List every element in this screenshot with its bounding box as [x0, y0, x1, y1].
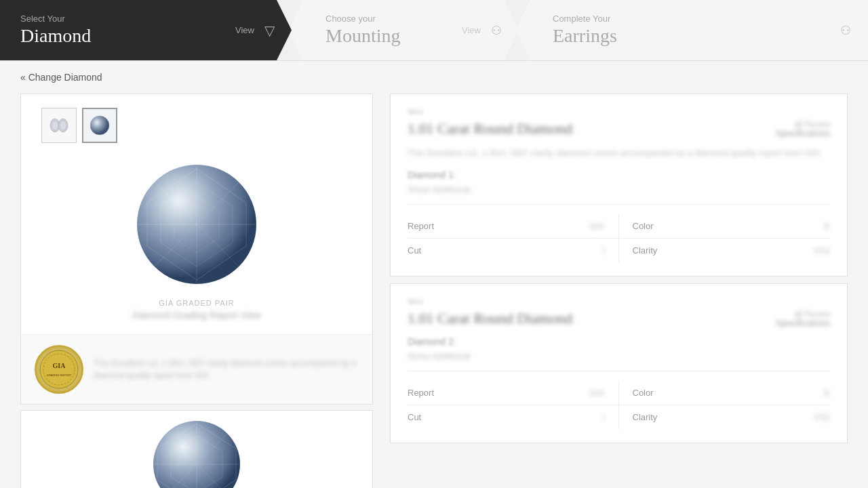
diamond2-detail-card: SKU 1.01 Carat Round Diamond @ Percent S…: [390, 283, 848, 443]
detail1-sku: SKU: [408, 108, 830, 116]
left-panel: GIA GRADED PAIR Diamond Grading Report V…: [20, 94, 373, 488]
detail1-price-block: @ Percent Specifications: [776, 120, 830, 138]
spec2-clarity-value: VS2: [813, 412, 830, 422]
earring-pair-icon: ⚇: [491, 23, 502, 38]
diamond-card-1: GIA GRADED PAIR Diamond Grading Report V…: [20, 94, 373, 405]
detail2-show-more[interactable]: Show Additional: [408, 351, 830, 361]
step1-label: Select Your: [20, 14, 235, 24]
spec-color: Color E: [619, 214, 831, 239]
diamond-main-image: [132, 160, 261, 289]
spec-cut-value: I: [602, 245, 605, 256]
spec2-color-value: E: [824, 388, 830, 398]
detail1-price-label: @ Percent: [776, 120, 830, 128]
spec-cut-label: Cut: [408, 245, 421, 256]
specs-grid-2: Report GIA Color E Cut I Clarity VS2: [408, 381, 830, 429]
spec-clarity: Clarity VS2: [619, 239, 831, 262]
single-thumbnail-icon: [87, 113, 113, 138]
spec-report: Report GIA: [408, 214, 619, 239]
svg-text:GRADING REPORT: GRADING REPORT: [47, 373, 72, 377]
spec2-cut: Cut I: [408, 405, 619, 429]
spec2-clarity-label: Clarity: [633, 412, 658, 422]
back-link[interactable]: « Change Diamond: [20, 72, 102, 83]
spec-color-value: E: [824, 221, 830, 231]
back-link-row: « Change Diamond: [0, 61, 868, 94]
content-wrapper: GIA GRADED PAIR Diamond Grading Report V…: [0, 94, 868, 488]
gia-seal-icon: GIA GRADING REPORT: [39, 349, 79, 390]
svg-point-3: [60, 121, 66, 129]
step3-title: Earrings: [553, 25, 840, 47]
thumbnail-row: [41, 108, 117, 143]
detail1-show-more[interactable]: Show Additional: [408, 184, 830, 195]
detail2-sku: SKU: [408, 298, 830, 306]
spec-clarity-label: Clarity: [633, 245, 658, 256]
spec2-report: Report GIA: [408, 381, 619, 405]
detail1-desc: This Excellent cut, 1.00ct, DEF clarity …: [408, 146, 830, 160]
detail2-price-label: @ Percent: [776, 310, 830, 318]
spec2-color: Color E: [619, 381, 831, 405]
spec2-color-label: Color: [633, 388, 654, 398]
step1-title: Diamond: [20, 25, 235, 47]
step2-title: Mounting: [326, 25, 462, 47]
detail1-section-title: Diamond 1:: [408, 169, 830, 180]
step-1-select-diamond[interactable]: Select Your Diamond View ▽: [0, 0, 292, 60]
report-link[interactable]: Diamond Grading Report View: [132, 310, 261, 321]
svg-point-4: [90, 116, 109, 135]
step2-info: Choose your Mounting: [326, 14, 462, 47]
spec-report-value: GIA: [589, 221, 604, 231]
spec-cut: Cut I: [408, 239, 619, 262]
step1-view[interactable]: View: [235, 25, 254, 35]
spec-report-label: Report: [408, 221, 434, 231]
diamond-2-large-icon: [151, 419, 243, 489]
detail1-title: 1.01 Carat Round Diamond: [408, 120, 572, 138]
detail2-title: 1.01 Carat Round Diamond: [408, 310, 572, 327]
thumbnail-single[interactable]: [82, 108, 117, 143]
report-label: GIA GRADED PAIR: [159, 299, 234, 307]
diamond-card-2: [20, 410, 373, 488]
thumbnail-pair[interactable]: [41, 108, 77, 143]
gia-section: GIA GRADING REPORT This Excellent cut, 1…: [21, 334, 372, 404]
step3-label: Complete Your: [553, 14, 840, 24]
gia-seal: GIA GRADING REPORT: [35, 345, 83, 394]
spec2-report-label: Report: [408, 388, 434, 398]
diamond-icon: ▽: [264, 22, 275, 39]
spec-color-label: Color: [633, 221, 654, 231]
spec2-cut-label: Cut: [408, 412, 421, 422]
spec2-cut-value: I: [602, 412, 605, 422]
spec2-clarity: Clarity VS2: [619, 405, 831, 429]
step2-label: Choose your: [326, 14, 462, 24]
step-3-earrings[interactable]: Complete Your Earrings ⚇: [515, 0, 868, 60]
specs-grid-1: Report GIA Color E Cut I Clarity VS2: [408, 214, 830, 262]
diamond-large-icon: [134, 162, 260, 287]
gia-description: This Excellent cut, 1.00ct, DEF clarity …: [94, 357, 359, 382]
detail2-price-block: @ Percent Specifications: [776, 310, 830, 328]
svg-point-13: [40, 350, 78, 388]
diamond1-detail-card: SKU 1.01 Carat Round Diamond @ Percent S…: [390, 94, 848, 277]
svg-text:GIA: GIA: [53, 362, 66, 369]
progress-nav: Select Your Diamond View ▽ Choose your M…: [0, 0, 868, 61]
svg-point-1: [52, 121, 58, 129]
step2-view[interactable]: View: [462, 25, 481, 35]
step3-info: Complete Your Earrings: [553, 14, 840, 47]
step-2-mounting[interactable]: Choose your Mounting View ⚇: [288, 0, 519, 60]
spec-clarity-value: VS2: [813, 245, 830, 256]
detail1-price-subtitle: Specifications: [776, 128, 830, 138]
earrings-icon: ⚇: [840, 23, 851, 38]
detail2-price-subtitle: Specifications: [776, 318, 830, 328]
right-panel: SKU 1.01 Carat Round Diamond @ Percent S…: [390, 94, 848, 488]
spec2-report-value: GIA: [589, 388, 604, 398]
pair-thumbnail-icon: [47, 113, 71, 138]
detail2-section-title: Diamond 2:: [408, 336, 830, 347]
step1-info: Select Your Diamond: [20, 14, 235, 47]
